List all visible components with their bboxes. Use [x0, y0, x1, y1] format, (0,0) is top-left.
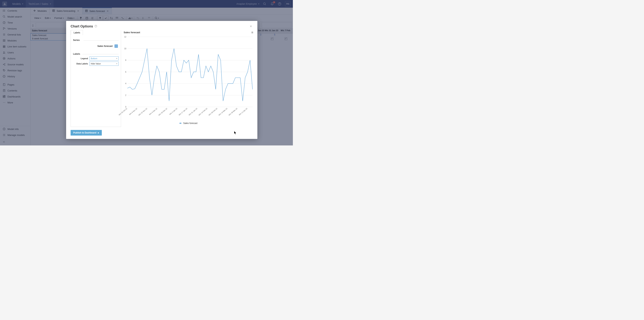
svg-text:W/c 14 Mar 23: W/c 14 Mar 23 [218, 107, 228, 116]
chevron-down-icon: ▾ [116, 57, 117, 59]
modal-title: Chart Options [70, 24, 93, 28]
publish-label: Publish to Dashboard [73, 131, 96, 134]
chart-title: Sales forecast [124, 31, 253, 34]
chart-menu-icon[interactable]: ≡ [251, 31, 253, 34]
chevron-right-icon: ▶ [98, 132, 99, 134]
svg-point-78 [96, 26, 96, 27]
legend-field-label: Legend [73, 57, 88, 59]
chart-options-modal: Chart Options ✕ Labels Series Sales fore… [66, 21, 258, 139]
svg-text:W/c 31 Jan 23: W/c 31 Jan 23 [188, 107, 198, 116]
labels-group-label: Labels [73, 53, 118, 55]
legend-text: Sales forecast [183, 122, 198, 124]
line-chart: 024681012W/c 25 Oct 22W/c 8 Nov 22W/c 22… [124, 35, 253, 121]
svg-text:W/c 6 Dec 22: W/c 6 Dec 22 [149, 107, 158, 115]
svg-text:2: 2 [125, 94, 126, 96]
legend-select[interactable]: Bottom ▾ [90, 56, 118, 60]
svg-text:8: 8 [125, 59, 126, 61]
svg-text:W/c 22 Nov 22: W/c 22 Nov 22 [138, 107, 148, 116]
chevron-down-icon: ▾ [116, 63, 117, 65]
svg-text:10: 10 [124, 48, 126, 50]
chart-area: Sales forecast ≡ 024681012W/c 25 Oct 22W… [121, 30, 253, 127]
svg-text:W/c 20 Dec 22: W/c 20 Dec 22 [158, 107, 168, 116]
series-name: Sales forecast [98, 45, 113, 47]
svg-text:W/c 14 Feb 23: W/c 14 Feb 23 [198, 107, 208, 116]
data-labels-value: Hide Value [91, 62, 101, 65]
data-labels-select[interactable]: Hide Value ▾ [90, 62, 118, 66]
options-tab-labels[interactable]: Labels [71, 30, 83, 35]
svg-text:6: 6 [125, 71, 126, 73]
svg-text:12: 12 [124, 36, 126, 38]
modal-close-icon[interactable]: ✕ [249, 24, 253, 29]
svg-text:W/c 11 Apr 23: W/c 11 Apr 23 [238, 107, 248, 116]
data-labels-field-label: Data Labels [73, 62, 88, 65]
svg-text:W/c 3 Jan 23: W/c 3 Jan 23 [169, 107, 178, 115]
svg-text:W/c 28 Mar 23: W/c 28 Mar 23 [228, 107, 238, 116]
svg-text:W/c 17 Jan 23: W/c 17 Jan 23 [178, 107, 188, 116]
legend-marker [179, 123, 182, 123]
chart-legend: Sales forecast [124, 122, 253, 124]
series-group-label: Series [73, 39, 118, 41]
publish-button[interactable]: Publish to Dashboard ▶ [70, 130, 102, 136]
series-color-swatch[interactable] [114, 44, 118, 48]
svg-text:4: 4 [125, 82, 126, 85]
svg-text:W/c 28 Feb 23: W/c 28 Feb 23 [208, 107, 218, 116]
svg-text:W/c 8 Nov 22: W/c 8 Nov 22 [129, 107, 138, 115]
options-panel: Labels Series Sales forecast Labels Lege… [70, 30, 121, 127]
legend-value: Bottom [91, 57, 97, 59]
modal-help-icon[interactable] [93, 24, 98, 29]
